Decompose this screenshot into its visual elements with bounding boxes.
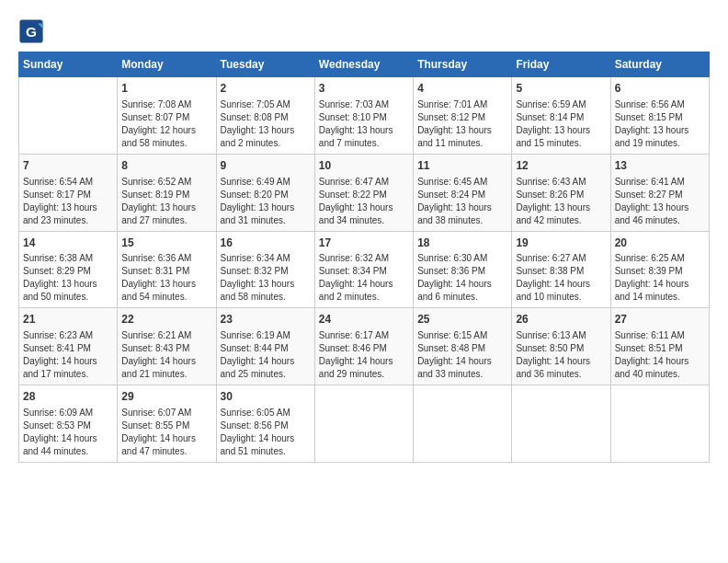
calendar-cell: 2Sunrise: 7:05 AM Sunset: 8:08 PM Daylig… [216,77,314,155]
calendar-cell: 28Sunrise: 6:09 AM Sunset: 8:53 PM Dayli… [19,385,118,463]
calendar-cell: 3Sunrise: 7:03 AM Sunset: 8:10 PM Daylig… [314,77,413,155]
calendar-cell: 22Sunrise: 6:21 AM Sunset: 8:43 PM Dayli… [118,308,216,385]
calendar-table: SundayMondayTuesdayWednesdayThursdayFrid… [18,52,710,463]
calendar-cell: 13Sunrise: 6:41 AM Sunset: 8:27 PM Dayli… [610,154,709,231]
calendar-cell: 20Sunrise: 6:25 AM Sunset: 8:39 PM Dayli… [610,231,709,308]
day-number: 17 [319,236,409,251]
day-info: Sunrise: 6:27 AM Sunset: 8:38 PM Dayligh… [516,252,606,304]
day-number: 29 [121,389,211,405]
day-number: 14 [23,236,113,251]
day-number: 13 [615,158,705,174]
day-number: 26 [516,312,606,327]
calendar-cell: 21Sunrise: 6:23 AM Sunset: 8:41 PM Dayli… [19,308,118,385]
calendar-cell: 7Sunrise: 6:54 AM Sunset: 8:17 PM Daylig… [19,154,118,231]
day-info: Sunrise: 6:23 AM Sunset: 8:41 PM Dayligh… [23,329,113,381]
calendar-cell: 14Sunrise: 6:38 AM Sunset: 8:29 PM Dayli… [19,231,118,308]
day-info: Sunrise: 6:11 AM Sunset: 8:51 PM Dayligh… [615,329,705,381]
day-header-tuesday: Tuesday [216,52,314,77]
week-row-4: 21Sunrise: 6:23 AM Sunset: 8:41 PM Dayli… [19,308,710,385]
day-number: 10 [319,158,409,174]
calendar-cell: 24Sunrise: 6:17 AM Sunset: 8:46 PM Dayli… [314,308,413,385]
day-info: Sunrise: 6:21 AM Sunset: 8:43 PM Dayligh… [121,329,211,381]
day-info: Sunrise: 6:54 AM Sunset: 8:17 PM Dayligh… [23,176,113,227]
day-info: Sunrise: 6:17 AM Sunset: 8:46 PM Dayligh… [319,329,409,381]
calendar-cell: 10Sunrise: 6:47 AM Sunset: 8:22 PM Dayli… [314,154,413,231]
day-info: Sunrise: 6:41 AM Sunset: 8:27 PM Dayligh… [615,176,705,227]
day-info: Sunrise: 6:49 AM Sunset: 8:20 PM Dayligh… [221,176,311,227]
day-number: 7 [23,158,113,174]
day-header-sunday: Sunday [19,52,118,77]
day-number: 12 [516,158,606,174]
day-number: 25 [417,312,507,327]
calendar-body: 1Sunrise: 7:08 AM Sunset: 8:07 PM Daylig… [19,77,710,463]
day-number: 3 [319,81,409,97]
header-row: SundayMondayTuesdayWednesdayThursdayFrid… [19,52,710,77]
calendar-cell [512,385,610,463]
day-number: 9 [221,158,311,174]
calendar-cell: 18Sunrise: 6:30 AM Sunset: 8:36 PM Dayli… [414,231,512,308]
day-info: Sunrise: 6:15 AM Sunset: 8:48 PM Dayligh… [417,329,507,381]
day-info: Sunrise: 6:25 AM Sunset: 8:39 PM Dayligh… [615,252,705,304]
calendar-cell: 25Sunrise: 6:15 AM Sunset: 8:48 PM Dayli… [414,308,512,385]
week-row-5: 28Sunrise: 6:09 AM Sunset: 8:53 PM Dayli… [19,385,710,463]
calendar-cell [314,385,413,463]
day-number: 8 [121,158,211,174]
day-header-monday: Monday [118,52,216,77]
calendar-cell: 19Sunrise: 6:27 AM Sunset: 8:38 PM Dayli… [512,231,610,308]
day-header-thursday: Thursday [414,52,512,77]
day-number: 21 [23,312,113,327]
calendar-cell: 11Sunrise: 6:45 AM Sunset: 8:24 PM Dayli… [414,154,512,231]
day-info: Sunrise: 6:32 AM Sunset: 8:34 PM Dayligh… [319,252,409,304]
day-info: Sunrise: 6:13 AM Sunset: 8:50 PM Dayligh… [516,329,606,381]
day-info: Sunrise: 6:38 AM Sunset: 8:29 PM Dayligh… [23,252,113,304]
day-info: Sunrise: 6:09 AM Sunset: 8:53 PM Dayligh… [23,407,113,458]
calendar-cell: 4Sunrise: 7:01 AM Sunset: 8:12 PM Daylig… [414,77,512,155]
day-header-friday: Friday [512,52,610,77]
day-number: 18 [417,236,507,251]
day-number: 11 [417,158,507,174]
day-number: 30 [221,389,311,405]
calendar-cell: 23Sunrise: 6:19 AM Sunset: 8:44 PM Dayli… [216,308,314,385]
day-info: Sunrise: 6:56 AM Sunset: 8:15 PM Dayligh… [615,98,705,150]
day-number: 6 [615,81,705,97]
day-number: 22 [121,312,211,327]
day-number: 15 [121,236,211,251]
calendar-cell: 26Sunrise: 6:13 AM Sunset: 8:50 PM Dayli… [512,308,610,385]
day-number: 1 [121,81,211,97]
calendar-cell [19,77,118,155]
week-row-2: 7Sunrise: 6:54 AM Sunset: 8:17 PM Daylig… [19,154,710,231]
day-info: Sunrise: 7:01 AM Sunset: 8:12 PM Dayligh… [417,98,507,150]
day-number: 4 [417,81,507,97]
day-info: Sunrise: 6:45 AM Sunset: 8:24 PM Dayligh… [417,176,507,227]
calendar-cell: 1Sunrise: 7:08 AM Sunset: 8:07 PM Daylig… [118,77,216,155]
week-row-1: 1Sunrise: 7:08 AM Sunset: 8:07 PM Daylig… [19,77,710,155]
svg-text:G: G [26,24,37,40]
day-number: 19 [516,236,606,251]
page-header: G [18,18,710,44]
calendar-cell: 15Sunrise: 6:36 AM Sunset: 8:31 PM Dayli… [118,231,216,308]
day-info: Sunrise: 6:34 AM Sunset: 8:32 PM Dayligh… [221,252,311,304]
logo-icon: G [18,18,44,44]
calendar-cell: 30Sunrise: 6:05 AM Sunset: 8:56 PM Dayli… [216,385,314,463]
day-info: Sunrise: 6:19 AM Sunset: 8:44 PM Dayligh… [221,329,311,381]
day-number: 27 [615,312,705,327]
day-info: Sunrise: 7:05 AM Sunset: 8:08 PM Dayligh… [221,98,311,150]
day-header-wednesday: Wednesday [314,52,413,77]
day-info: Sunrise: 6:07 AM Sunset: 8:55 PM Dayligh… [121,407,211,458]
day-info: Sunrise: 6:05 AM Sunset: 8:56 PM Dayligh… [221,407,311,458]
calendar-cell [414,385,512,463]
day-number: 16 [221,236,311,251]
logo: G [18,18,48,44]
day-number: 28 [23,389,113,405]
calendar-cell [610,385,709,463]
day-number: 23 [221,312,311,327]
calendar-cell: 17Sunrise: 6:32 AM Sunset: 8:34 PM Dayli… [314,231,413,308]
calendar-header: SundayMondayTuesdayWednesdayThursdayFrid… [19,52,710,77]
day-info: Sunrise: 6:43 AM Sunset: 8:26 PM Dayligh… [516,176,606,227]
calendar-cell: 6Sunrise: 6:56 AM Sunset: 8:15 PM Daylig… [610,77,709,155]
calendar-cell: 8Sunrise: 6:52 AM Sunset: 8:19 PM Daylig… [118,154,216,231]
calendar-cell: 29Sunrise: 6:07 AM Sunset: 8:55 PM Dayli… [118,385,216,463]
calendar-cell: 12Sunrise: 6:43 AM Sunset: 8:26 PM Dayli… [512,154,610,231]
calendar-cell: 9Sunrise: 6:49 AM Sunset: 8:20 PM Daylig… [216,154,314,231]
calendar-cell: 5Sunrise: 6:59 AM Sunset: 8:14 PM Daylig… [512,77,610,155]
